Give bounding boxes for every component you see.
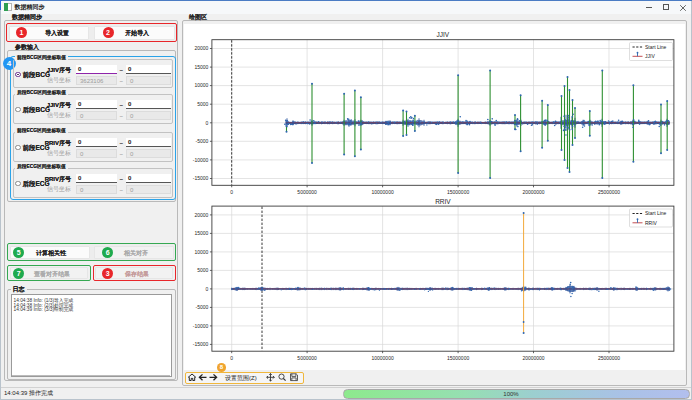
svg-text:5000000: 5000000 [297, 189, 317, 195]
svg-text:Start Line: Start Line [645, 210, 667, 216]
svg-text:20000000: 20000000 [522, 355, 544, 361]
svg-text:25000000: 25000000 [598, 189, 620, 195]
svg-text:0: 0 [206, 286, 209, 292]
svg-text:RRIV: RRIV [645, 220, 658, 226]
svg-text:0: 0 [206, 120, 209, 126]
svg-text:15000: 15000 [194, 230, 208, 236]
svg-text:10000: 10000 [194, 82, 208, 88]
svg-text:10000: 10000 [194, 249, 208, 255]
svg-text:5000: 5000 [197, 101, 208, 107]
svg-text:0: 0 [230, 355, 233, 361]
svg-text:Start Line: Start Line [645, 44, 667, 50]
svg-text:15000: 15000 [194, 64, 208, 70]
svg-text:JJIV: JJIV [437, 31, 450, 38]
svg-text:5000000: 5000000 [297, 355, 317, 361]
svg-text:-15000: -15000 [193, 341, 209, 347]
svg-text:JJIV: JJIV [645, 53, 655, 59]
svg-text:20000000: 20000000 [522, 189, 544, 195]
svg-text:25000000: 25000000 [598, 355, 620, 361]
svg-text:10000000: 10000000 [371, 189, 393, 195]
svg-text:0: 0 [230, 189, 233, 195]
svg-text:20000: 20000 [194, 45, 208, 51]
svg-text:15000000: 15000000 [447, 189, 469, 195]
svg-text:RRIV: RRIV [435, 198, 451, 205]
svg-text:20000: 20000 [194, 212, 208, 218]
svg-text:-10000: -10000 [193, 323, 209, 329]
svg-text:-5000: -5000 [196, 304, 209, 310]
svg-text:-10000: -10000 [193, 157, 209, 163]
svg-text:5000: 5000 [197, 267, 208, 273]
svg-text:10000000: 10000000 [371, 355, 393, 361]
svg-text:15000000: 15000000 [447, 355, 469, 361]
svg-text:-15000: -15000 [193, 175, 209, 181]
svg-text:-5000: -5000 [196, 138, 209, 144]
